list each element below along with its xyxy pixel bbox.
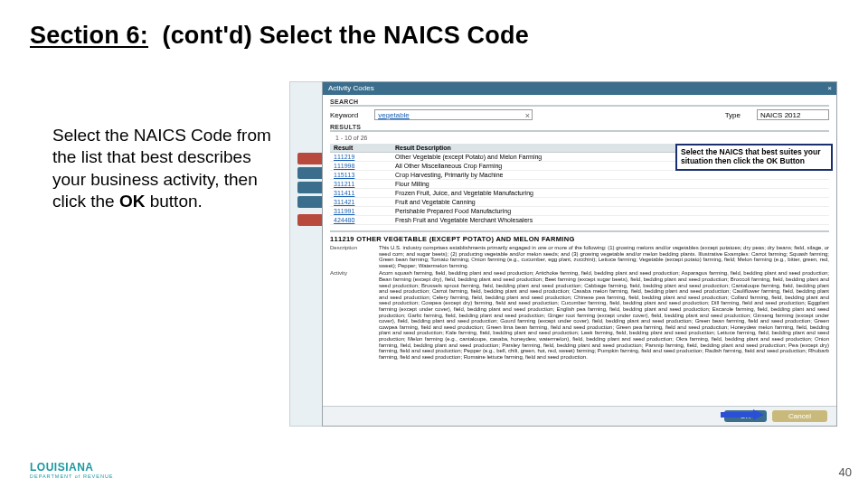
title-rest: (cont'd) Select the NAICS Code (162, 22, 528, 49)
modal-titlebar: Activity Codes × (323, 82, 836, 95)
activity-label: Activity (330, 270, 372, 360)
logo: LOUISIANA DEPARTMENT of REVENUE (30, 461, 114, 479)
search-header: SEARCH (330, 99, 829, 107)
callout-box: Select the NAICS that best suites your s… (675, 144, 833, 171)
table-row[interactable]: 311991Perishable Prepared Food Manufactu… (330, 207, 829, 216)
type-label: Type (725, 111, 741, 119)
results-pager: 1 - 10 of 26 (335, 135, 829, 141)
col-code: Result (330, 144, 392, 153)
title-section: Section 6: (30, 22, 148, 49)
modal-footer: OK Cancel (323, 406, 836, 426)
desc-label: Description (330, 245, 372, 268)
table-row[interactable]: 311211Flour Milling (330, 180, 829, 189)
results-header: RESULTS (330, 124, 829, 132)
type-select[interactable]: NAICS 2012 (757, 109, 829, 120)
page-number: 40 (839, 465, 852, 479)
keyword-input[interactable]: vegetable × (374, 109, 533, 120)
screenshot-container: Activity Codes × SEARCH Keyword vegetabl… (289, 81, 837, 427)
activity-text: Acorn squash farming, field, bedding pla… (379, 270, 829, 360)
arrow-icon (721, 409, 764, 420)
table-row[interactable]: 311411Frozen Fruit, Juice, and Vegetable… (330, 189, 829, 198)
clear-icon[interactable]: × (525, 110, 530, 121)
table-row[interactable]: 424480Fresh Fruit and Vegetable Merchant… (330, 216, 829, 225)
slide-title: Section 6: (cont'd) Select the NAICS Cod… (30, 22, 529, 50)
detail-header: 111219 OTHER VEGETABLE (EXCEPT POTATO) A… (330, 230, 829, 243)
keyword-label: Keyword (330, 111, 358, 119)
naics-modal: Activity Codes × SEARCH Keyword vegetabl… (322, 81, 837, 427)
modal-title: Activity Codes (328, 84, 374, 92)
table-row[interactable]: 311421Fruit and Vegetable Canning (330, 198, 829, 207)
instruction-text: Select the NAICS Code from the list that… (52, 125, 280, 212)
close-icon[interactable]: × (826, 84, 834, 92)
desc-text: This U.S. industry comprises establishme… (379, 245, 829, 268)
cancel-button[interactable]: Cancel (772, 410, 827, 422)
table-row[interactable]: 115113Crop Harvesting, Primarily by Mach… (330, 171, 829, 180)
